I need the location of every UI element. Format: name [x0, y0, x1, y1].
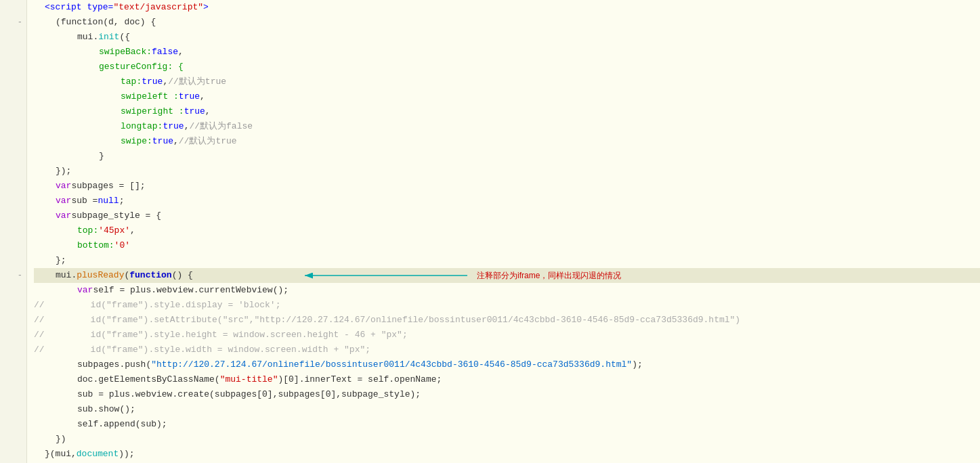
code-line: } — [34, 149, 980, 164]
code-line: longtap: true, //默认为false — [34, 119, 980, 134]
line-gutter: - - — [0, 0, 27, 463]
code-line: swipeleft : true, — [34, 89, 980, 104]
code-line-comment: // id("frame").style.height = window.scr… — [34, 328, 980, 343]
code-line: var self = plus.webview.currentWebview()… — [34, 283, 980, 298]
code-line: }) — [34, 432, 980, 447]
code-line: swiperight : true, — [34, 104, 980, 119]
code-line: doc.getElementsByClassName("mui-title")[… — [34, 372, 980, 387]
code-line: <script type="text/javascript"> — [34, 0, 980, 15]
annotation: 注释部分为iframe，同样出现闪退的情况 — [298, 268, 621, 283]
fold-highlighted: - — [0, 268, 26, 283]
code-line: gestureConfig: { — [34, 60, 980, 74]
code-line: (function(d, doc) { — [34, 15, 980, 30]
code-line: top: '45px', — [34, 223, 980, 238]
code-content[interactable]: <script type="text/javascript"> (functio… — [27, 0, 980, 463]
code-editor: - - — [0, 0, 980, 463]
code-line-highlighted: mui.plusReady(function() { 注释部分为iframe，同… — [34, 268, 980, 283]
code-line: sub.show(); — [34, 402, 980, 417]
code-line: var sub = null; — [34, 194, 980, 208]
code-line: var subpage_style = { — [34, 208, 980, 223]
code-line: subpages.push("http://120.27.124.67/onli… — [34, 357, 980, 372]
annotation-text: 注释部分为iframe，同样出现闪退的情况 — [477, 268, 621, 283]
code-line: tap: true, //默认为true — [34, 74, 980, 89]
code-line: }; — [34, 253, 980, 268]
code-line: sub = plus.webview.create(subpages[0],su… — [34, 387, 980, 402]
code-line: }(mui, document)); — [34, 447, 980, 462]
code-line-comment: // id("frame").setAttribute("src","http:… — [34, 313, 980, 328]
code-line: self.append(sub); — [34, 417, 980, 432]
code-line: var subpages = []; — [34, 179, 980, 194]
code-line: bottom: '0' — [34, 238, 980, 253]
line-numbers: - - — [0, 0, 26, 462]
code-line: }); — [34, 164, 980, 179]
code-line: swipe: true, //默认为true — [34, 134, 980, 149]
code-line-comment: // id("frame").style.display = 'block'; — [34, 298, 980, 313]
arrow-svg — [298, 268, 474, 283]
fold-inner — [0, 30, 26, 45]
code-line: swipeBack: false, — [34, 45, 980, 60]
code-line: mui.init({ — [34, 30, 980, 45]
fold-open: - — [0, 15, 26, 30]
code-line-comment: // id("frame").style.width = window.scre… — [34, 343, 980, 357]
